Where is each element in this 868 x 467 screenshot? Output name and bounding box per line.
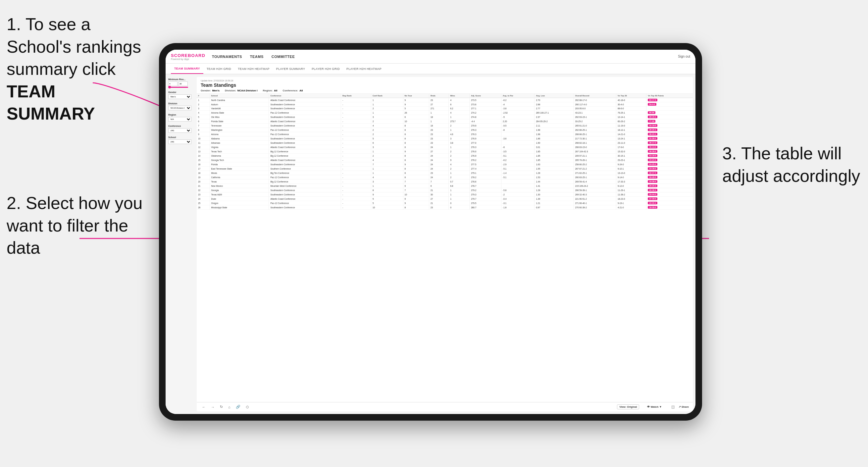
filter-conference-select[interactable]: (All) [168,128,191,133]
table-row: 15Georgia TechAtlantic Coast Conference-… [197,158,693,162]
filter-division-label: Division [168,102,193,105]
filter-slider[interactable] [168,87,188,88]
filter-school-label: School [168,136,193,138]
table-row: 4Arizona StatePac-12 Conference-12614274… [197,111,693,115]
filters-panel: Minimum Rou... Gender Men's Division [165,74,195,414]
table-title: Team Standings [201,83,689,88]
col-avg-par: Avg. to Par [501,94,534,98]
table-row: 26Mississippi StateSoutheastern Conferen… [197,205,693,210]
instruction-1-text: 1. To see a School's rankings summary cl… [7,14,141,79]
table-row: 17East Tennessee StateSouthern Conferenc… [197,166,693,171]
filter-conference-label: Conference [168,125,193,127]
filter-region-label: Region [168,114,193,116]
nav-committee[interactable]: COMMITTEE [272,53,295,60]
logo-scoreboard: SCOREBOARD [171,53,205,58]
toolbar-watch-button[interactable]: 👁 Watch ▼ [647,405,662,408]
filter-school-select[interactable]: (All) [168,139,191,144]
toolbar-share-icon[interactable]: 🔗 [235,404,242,410]
table-row: 24DukeAtlantic Coast Conference-59271279… [197,197,693,201]
chip-region: Region: All [262,89,277,92]
table-row: 19CaliforniaPac-12 Conference-48242278.2… [197,175,693,180]
filter-group-school: School (All) [168,136,193,144]
table-row: 6Florida StateAtlantic Coast Conference-… [197,119,693,124]
col-vs-top25: Vs Top 25 [616,94,646,98]
col-overall: Overall Record [574,94,616,98]
table-scroll[interactable]: # School Conference Reg Rank Conf Rank N… [197,94,693,402]
chip-conference: Conference: All [282,89,303,92]
table-row: 20TexasBig 12 Conference-3770.7278.61.44… [197,180,693,184]
table-row: 9ArizonaPac-12 Conference-28234.6276.31.… [197,132,693,136]
filter-minimum-input-2[interactable] [179,82,188,86]
table-filters-row: Gender: Men's Division: NCAA Division I … [201,89,689,92]
filter-group-minimum: Minimum Rou... [168,78,193,88]
table-row: 7TennesseeSoutheastern Conference-481622… [197,124,693,128]
filter-minimum-label: Minimum Rou... [168,78,193,81]
sub-nav: TEAM SUMMARY TEAM H2H GRID TEAM H2H HEAT… [165,64,695,74]
tab-player-h2h-heatmap[interactable]: PLAYER H2H HEATMAP [343,64,385,74]
col-conf-rank: Conf Rank [371,94,403,98]
main-content: Minimum Rou... Gender Men's Division [165,74,695,414]
logo-area: SCOREBOARD Powered by clippi [171,53,205,60]
filter-minimum-input-1[interactable] [168,82,178,86]
toolbar-refresh[interactable]: ↻ [219,404,224,410]
update-time-value: 27/03/2024 16:56:26 [214,80,234,82]
col-wins: Wins [449,94,470,98]
toolbar-back[interactable]: ← [201,404,207,410]
toolbar-forward[interactable]: → [210,404,216,410]
tab-team-summary[interactable]: TEAM SUMMARY [171,64,203,74]
nav-bar: SCOREBOARD Powered by clippi TOURNAMENTS… [165,50,695,64]
bottom-toolbar: ← → ↻ ⌂ 🔗 ⏲ View: Original 👁 Watch ▼ ◫ ↗… [197,402,693,411]
tab-player-h2h-grid[interactable]: PLAYER H2H GRID [308,64,343,74]
table-row: 25OregonPac-12 Conference-59210279.5-3.1… [197,201,693,205]
instruction-3-text: 3. The table will adjust accordingly [722,144,860,185]
logo-powered: Powered by clippi [171,58,205,60]
tablet-frame: SCOREBOARD Powered by clippi TOURNAMENTS… [159,43,702,421]
filter-division-select[interactable]: NCAA Division I [168,106,191,110]
tab-team-h2h-grid[interactable]: TEAM H2H GRID [203,64,235,74]
sign-out-button[interactable]: Sign out [678,55,690,58]
table-row: 1North CarolinaAtlantic Coast Conference… [197,98,693,102]
table-row: 11ArkansasSoutheastern Conference-68233.… [197,141,693,145]
filter-gender-select[interactable]: Men's [168,94,191,99]
update-time-label: Update time: [201,80,213,82]
toolbar-view-button[interactable]: View: Original [617,404,639,409]
col-adj-score: Adj. Score [470,94,501,98]
filter-group-gender: Gender Men's [168,91,193,99]
filter-region-select[interactable]: N/A [168,117,191,122]
toolbar-home[interactable]: ⌂ [227,404,232,410]
table-row: 10AlabamaSoutheastern Conference-5823327… [197,136,693,141]
filter-group-conference: Conference (All) [168,125,193,133]
chip-gender: Gender: Men's [201,89,220,92]
col-rank: # [197,94,210,98]
toolbar-share-button[interactable]: ↗ Share [679,405,689,408]
table-row: 5Ole MissSoutheastern Conference-3618127… [197,115,693,119]
tablet-screen: SCOREBOARD Powered by clippi TOURNAMENTS… [165,50,695,414]
table-row: 2AuburnSoutheastern Conference-19276273.… [197,102,693,107]
table-row: 12VirginiaAtlantic Coast Conference-3824… [197,145,693,149]
toolbar-grid-icon[interactable]: ◫ [670,404,676,410]
filter-gender-label: Gender [168,91,193,93]
tab-player-summary[interactable]: PLAYER SUMMARY [273,64,308,74]
table-row: 18IllinoisBig Ten Conference-18231279.1-… [197,171,693,175]
table-row: 22GeorgiaSoutheastern Conference-8721127… [197,188,693,192]
col-school: School [210,94,269,98]
chip-division: Division: NCAA Division I [225,89,257,92]
nav-items: TOURNAMENTS TEAMS COMMITTEE [212,53,678,60]
table-row: 21New MexicoMountain West Conference-196… [197,184,693,188]
col-reg-rank: Reg Rank [341,94,371,98]
table-row: 3VanderbiltSoutheastern Conference-25271… [197,107,693,111]
instruction-3: 3. The table will adjust accordingly [722,143,861,187]
table-row: 16FloridaSoutheastern Conference-7924427… [197,162,693,166]
table-row: 23Texas A&MSoutheastern Conference-91030… [197,192,693,197]
filter-group-division: Division NCAA Division I [168,102,193,110]
table-area: Update time: 27/03/2024 16:56:26 Team St… [197,77,693,411]
tab-team-h2h-heatmap[interactable]: TEAM H2H HEATMAP [235,64,273,74]
toolbar-clock[interactable]: ⏲ [244,404,251,410]
col-avg-low: Avg. Low [534,94,574,98]
filter-group-region: Region N/A [168,114,193,122]
table-header-section: Update time: 27/03/2024 16:56:26 Team St… [197,77,693,94]
nav-teams[interactable]: TEAMS [250,53,264,60]
table-row: 13Texas TechBig 12 Conference-19272276.0… [197,149,693,154]
col-rnds: Rnds [429,94,449,98]
nav-tournaments[interactable]: TOURNAMENTS [212,53,242,60]
